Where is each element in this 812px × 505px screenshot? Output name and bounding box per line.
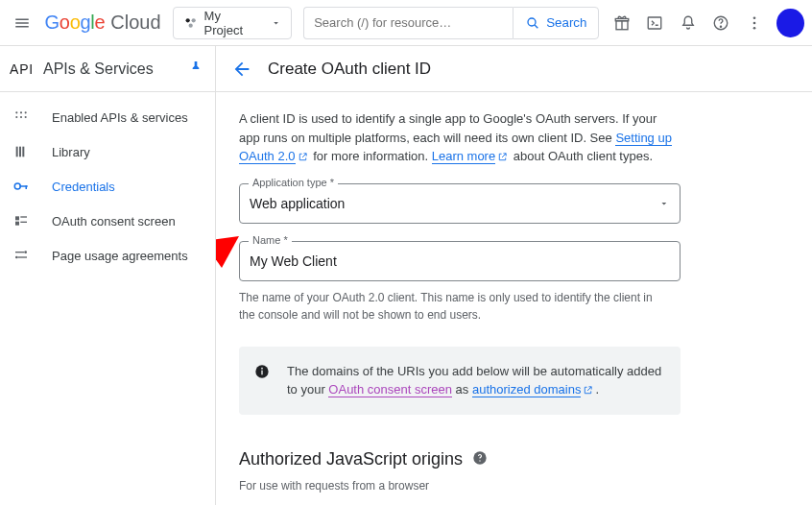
- project-name: My Project: [204, 9, 259, 37]
- more-icon[interactable]: [740, 8, 770, 38]
- menu-icon[interactable]: [8, 8, 37, 38]
- sidebar-item-label: Credentials: [52, 180, 115, 194]
- svg-point-11: [753, 16, 756, 19]
- svg-rect-37: [261, 370, 262, 374]
- sidebar-item-label: Library: [52, 145, 90, 159]
- svg-rect-21: [19, 147, 21, 157]
- sidebar-item-label: Page usage agreements: [52, 249, 188, 263]
- content-area: Create OAuth client ID A client ID is us…: [216, 46, 812, 505]
- svg-point-33: [15, 256, 18, 259]
- svg-point-38: [261, 367, 263, 369]
- back-button[interactable]: [231, 59, 252, 80]
- svg-rect-26: [15, 216, 19, 220]
- svg-point-10: [721, 26, 722, 27]
- field-label: Application type *: [249, 177, 338, 188]
- origins-heading-row: Authorized JavaScript origins: [239, 449, 789, 469]
- svg-point-12: [753, 21, 756, 24]
- annotation-arrow: [216, 231, 239, 308]
- svg-rect-27: [15, 222, 19, 226]
- avatar[interactable]: [776, 9, 804, 37]
- svg-point-16: [25, 111, 27, 113]
- intro-part2: for more information.: [310, 149, 432, 163]
- caret-down-icon: [271, 17, 281, 29]
- sidebar-item-consent-screen[interactable]: OAuth consent screen: [0, 204, 215, 238]
- svg-rect-32: [18, 256, 27, 257]
- sidebar-item-page-usage[interactable]: Page usage agreements: [0, 238, 215, 273]
- sidebar-item-credentials[interactable]: Credentials: [0, 169, 215, 204]
- caret-down-icon: [658, 198, 670, 209]
- help-icon[interactable]: [706, 8, 736, 38]
- svg-point-19: [25, 116, 27, 118]
- svg-rect-20: [16, 147, 18, 157]
- svg-rect-25: [26, 185, 28, 189]
- svg-point-3: [528, 18, 536, 26]
- page-header: Create OAuth client ID: [216, 46, 812, 92]
- name-input[interactable]: [250, 253, 670, 269]
- notifications-icon[interactable]: [674, 8, 704, 38]
- info-part2: as: [452, 382, 472, 397]
- search-bar: Search: [303, 7, 599, 39]
- svg-rect-22: [22, 147, 24, 157]
- google-cloud-logo[interactable]: Google Cloud: [45, 12, 161, 34]
- svg-point-1: [191, 18, 195, 22]
- pin-icon[interactable]: [188, 60, 203, 78]
- svg-point-31: [24, 251, 27, 253]
- svg-line-4: [535, 25, 537, 28]
- project-picker[interactable]: My Project: [173, 7, 293, 39]
- search-button-label: Search: [546, 15, 586, 30]
- svg-point-2: [188, 23, 192, 27]
- key-icon: [12, 178, 31, 195]
- sidebar-item-library[interactable]: Library: [0, 134, 215, 169]
- origins-heading: Authorized JavaScript origins: [239, 449, 463, 469]
- svg-point-40: [479, 460, 480, 461]
- origins-subtext: For use with requests from a browser: [239, 479, 789, 493]
- api-badge: API: [10, 61, 34, 77]
- svg-point-14: [15, 111, 17, 113]
- search-input[interactable]: [303, 7, 513, 39]
- application-type-value: Web application: [250, 196, 658, 211]
- info-part3: .: [595, 382, 599, 397]
- section-title: APIs & Services: [43, 60, 188, 78]
- search-button[interactable]: Search: [513, 7, 599, 39]
- svg-rect-28: [20, 216, 27, 217]
- global-header: Google Cloud My Project Search: [0, 0, 812, 46]
- svg-point-13: [753, 26, 756, 29]
- intro-part3: about OAuth client types.: [510, 149, 653, 163]
- svg-point-15: [20, 111, 22, 113]
- cloud-shell-icon[interactable]: [640, 8, 670, 38]
- external-link-icon: [583, 385, 593, 396]
- page-title: Create OAuth client ID: [268, 60, 431, 79]
- gift-icon[interactable]: [607, 8, 636, 38]
- name-helper-text: The name of your OAuth 2.0 client. This …: [239, 289, 661, 324]
- help-icon[interactable]: [472, 450, 488, 469]
- sidebar-item-label: OAuth consent screen: [52, 214, 176, 228]
- svg-point-18: [20, 116, 22, 118]
- info-box: The domains of the URIs you add below wi…: [239, 347, 681, 415]
- sidebar: API APIs & Services Enabled APIs & servi…: [0, 46, 216, 505]
- dashboard-icon: [12, 109, 31, 125]
- svg-rect-7: [615, 18, 629, 20]
- section-title-row: API APIs & Services: [0, 46, 215, 92]
- svg-marker-35: [216, 236, 239, 268]
- search-icon: [525, 15, 540, 31]
- link-consent-screen[interactable]: OAuth consent screen: [328, 382, 452, 397]
- svg-rect-30: [15, 252, 24, 252]
- field-label: Name *: [249, 234, 292, 246]
- svg-point-23: [14, 183, 20, 189]
- external-link-icon: [497, 152, 508, 162]
- settings-icon: [12, 248, 31, 263]
- intro-part1: A client ID is used to identify a single…: [239, 111, 657, 145]
- application-type-field[interactable]: Application type * Web application: [239, 183, 789, 224]
- link-authorized-domains[interactable]: authorized domains: [472, 382, 581, 397]
- name-field: Name *: [239, 241, 789, 281]
- consent-icon: [12, 213, 31, 228]
- svg-rect-29: [20, 222, 27, 223]
- svg-point-17: [15, 116, 17, 118]
- external-link-icon: [298, 152, 308, 162]
- svg-point-0: [185, 18, 189, 22]
- link-learn-more[interactable]: Learn more: [432, 149, 495, 164]
- sidebar-item-enabled-apis[interactable]: Enabled APIs & services: [0, 100, 215, 134]
- info-icon: [254, 364, 270, 399]
- svg-line-34: [216, 249, 220, 299]
- logo-cloud-text: Cloud: [110, 12, 160, 34]
